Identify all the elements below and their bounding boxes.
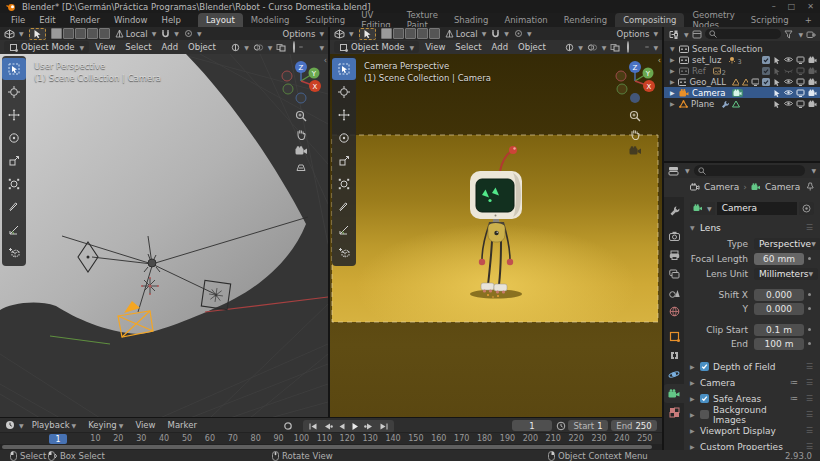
object-mode-dropdown[interactable]: Object Mode ▼ [4, 41, 89, 53]
playback-menu[interactable]: Playback▼ [28, 420, 81, 430]
shift-x-field[interactable]: 0.000 [754, 289, 804, 301]
selectable-icon[interactable] [773, 78, 781, 86]
options-dropdown[interactable]: Options ▼ [283, 29, 324, 39]
camera-panel-header[interactable]: ▶ Camera ≔ ☰ [690, 376, 814, 389]
overlays-dropdown[interactable]: ▼ [587, 43, 607, 52]
tool-cursor[interactable] [2, 81, 26, 103]
pan-button[interactable] [295, 128, 307, 140]
chevron-down-icon[interactable]: ▼ [811, 167, 816, 174]
workspace-tab[interactable]: Shading [446, 13, 497, 27]
mode-toggle-icon[interactable] [405, 28, 416, 39]
workspace-tab[interactable]: Geometry Nodes [684, 13, 742, 27]
tool-select-box[interactable] [332, 58, 356, 80]
prev-keyframe-button[interactable] [321, 422, 335, 431]
tool-cursor[interactable] [332, 81, 356, 103]
animate-dot[interactable] [804, 257, 814, 260]
background-images-panel-header[interactable]: ▶ Background Images ☰ [690, 408, 814, 421]
mode-toggle-icon[interactable] [393, 28, 404, 39]
camera-data-highlight[interactable] [732, 89, 743, 97]
workspace-tab[interactable]: UV Editing [353, 13, 399, 27]
clip-start-field[interactable]: 0.1 m [754, 324, 804, 336]
outliner-item-label[interactable]: Scene Collection [692, 44, 763, 54]
active-tool-button[interactable] [29, 28, 46, 40]
outliner-row-set-luz[interactable]: ▶ set_luz 3 [664, 54, 820, 65]
type-dropdown[interactable]: Perspective▼ [754, 238, 820, 250]
viewport-menu-item[interactable]: Add [162, 42, 178, 52]
lens-panel-header[interactable]: ▼ Lens ☰ [690, 221, 814, 234]
transform-orientation-dropdown[interactable]: Local ▼ [445, 29, 487, 39]
jump-to-start-button[interactable] [306, 422, 320, 431]
menu-item[interactable]: Edit [32, 15, 62, 25]
animate-dot[interactable] [804, 307, 814, 310]
selectable-icon[interactable] [773, 67, 781, 75]
menu-item[interactable]: Render [63, 15, 107, 25]
tool-measure[interactable] [2, 219, 26, 241]
auto-keying-button[interactable] [283, 421, 293, 431]
mode-toggle-icon[interactable] [429, 28, 440, 39]
checkbox-icon[interactable] [762, 67, 770, 75]
disclosure-triangle-icon[interactable]: ▶ [670, 89, 676, 96]
tab-object-data-camera[interactable] [664, 384, 684, 403]
select-mode-toggle-group[interactable] [381, 28, 440, 39]
eye-closed-icon[interactable] [784, 67, 793, 74]
tab-world[interactable] [664, 302, 684, 321]
eye-icon[interactable] [784, 56, 793, 63]
mode-toggle-icon[interactable] [63, 28, 74, 39]
frame-start-field[interactable]: Start1 [568, 420, 608, 431]
drag-handle-icon[interactable]: ☰ [806, 426, 814, 435]
camera-view-button[interactable] [629, 146, 642, 156]
background-images-checkbox[interactable] [700, 410, 709, 419]
outliner-item-label[interactable]: Plane [691, 99, 714, 109]
tab-texture[interactable] [664, 403, 684, 422]
workspace-tab[interactable]: Layout [198, 13, 243, 27]
drag-handle-icon[interactable]: ☰ [806, 410, 814, 419]
close-button[interactable]: ✕ [807, 2, 814, 11]
tab-tool[interactable] [664, 201, 684, 220]
tool-select-box[interactable] [2, 58, 26, 80]
mode-toggle-icon[interactable] [417, 28, 428, 39]
disable-viewport-icon[interactable] [796, 56, 805, 64]
selectable-icon[interactable] [773, 89, 781, 97]
filter-icon[interactable] [784, 30, 793, 39]
disable-render-icon[interactable] [808, 89, 817, 97]
workspace-tab[interactable]: Rendering [556, 13, 615, 27]
shading-rendered-button[interactable] [311, 46, 315, 48]
shading-rendered-button[interactable] [645, 46, 649, 48]
disclosure-triangle-icon[interactable]: ▼ [670, 45, 676, 52]
viewport-canvas-left[interactable]: User Perspective (1) Scene Collection | … [0, 54, 328, 418]
tool-scale[interactable] [2, 150, 26, 172]
focal-length-field[interactable]: 60 mm [754, 253, 804, 265]
disclosure-triangle-icon[interactable]: ▶ [670, 56, 676, 63]
display-mode-icon[interactable] [692, 30, 702, 39]
tab-constraints[interactable] [664, 346, 684, 365]
tab-view-layer[interactable] [664, 264, 684, 283]
maximize-button[interactable]: □ [788, 2, 796, 11]
tool-rotate[interactable] [332, 127, 356, 149]
keying-menu[interactable]: Keying▼ [84, 420, 127, 430]
disclosure-triangle-icon[interactable]: ▶ [670, 100, 676, 107]
mode-toggle-icon[interactable] [381, 28, 392, 39]
editor-type-button[interactable]: ▼ [334, 29, 354, 39]
tool-add-cube[interactable] [332, 242, 356, 264]
viewport-menu-item[interactable]: Object [518, 42, 546, 52]
disable-render-icon[interactable] [808, 56, 817, 64]
tool-annotate[interactable] [332, 196, 356, 218]
breadcrumb-object[interactable]: Camera [704, 182, 739, 192]
object-mode-dropdown[interactable]: Object Mode ▼ [334, 41, 419, 53]
outliner-item-label[interactable]: set_luz [692, 55, 721, 65]
outliner-item-label[interactable]: Geo_ALL [689, 77, 726, 87]
drag-handle-icon[interactable]: ☰ [806, 378, 814, 387]
viewport-menu-item[interactable]: View [95, 42, 115, 52]
disable-viewport-icon[interactable] [796, 89, 805, 97]
viewport-display-panel-header[interactable]: ▶ Viewport Display ☰ [690, 424, 814, 437]
mode-toggle-icon[interactable] [75, 28, 86, 39]
shading-solid-button[interactable] [299, 46, 303, 48]
shading-wireframe-button[interactable] [291, 41, 297, 53]
view-menu[interactable]: View [131, 420, 159, 430]
outliner-item-label[interactable]: Camera [692, 88, 725, 98]
workspace-tab[interactable]: Animation [496, 13, 555, 27]
disable-viewport-icon[interactable] [796, 100, 805, 108]
outliner-row-camera-selected[interactable]: ▶ Camera [664, 87, 820, 98]
menu-item[interactable]: Help [154, 15, 187, 25]
outliner-item-label[interactable]: Ref [692, 66, 706, 76]
